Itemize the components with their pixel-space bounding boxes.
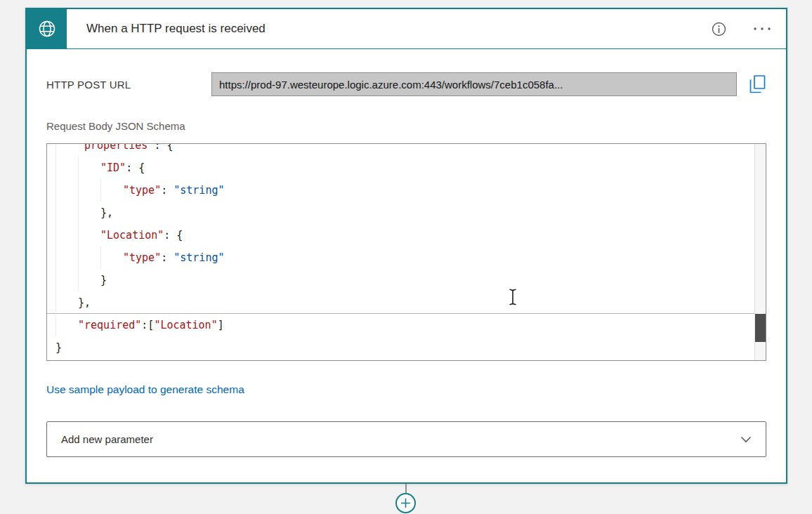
code-line: "type": "string": [47, 179, 754, 202]
plus-icon: [400, 498, 411, 508]
code-line: }: [47, 269, 754, 291]
code-line: "type": "string": [47, 246, 754, 269]
code-line: "required":["Location"]: [47, 314, 754, 336]
connector-line: [405, 484, 407, 494]
code-line: "ID": {: [47, 157, 754, 179]
code-line: "Location": {: [47, 224, 754, 246]
ellipsis-icon: [753, 27, 771, 31]
globe-icon: [37, 19, 57, 39]
editor-scrollbar[interactable]: [754, 144, 766, 360]
copy-icon: [749, 74, 766, 94]
copy-url-button[interactable]: [737, 74, 766, 94]
info-button[interactable]: [705, 15, 733, 43]
add-parameter-label: Add new parameter: [61, 433, 153, 445]
trigger-card-body: HTTP POST URL Request Body JSON Schema "…: [27, 72, 786, 457]
editor-scrollbar-thumb[interactable]: [755, 314, 766, 342]
http-post-url-label: HTTP POST URL: [46, 79, 211, 91]
http-post-url-input[interactable]: [211, 72, 737, 96]
use-sample-payload-link[interactable]: Use sample payload to generate schema: [46, 383, 244, 396]
logic-apps-designer-canvas: When a HTTP request is received HTTP POS…: [0, 0, 812, 514]
info-icon: [712, 22, 726, 37]
schema-editor[interactable]: "properties": {"ID": {"type": "string"},…: [46, 143, 766, 361]
add-parameter-dropdown[interactable]: Add new parameter: [46, 421, 766, 457]
code-line: },: [47, 291, 754, 314]
trigger-card-header[interactable]: When a HTTP request is received: [27, 9, 786, 49]
code-line: }: [47, 336, 754, 359]
schema-label: Request Body JSON Schema: [46, 120, 766, 132]
code-line: },: [47, 202, 754, 224]
http-trigger-card: When a HTTP request is received HTTP POS…: [25, 8, 787, 484]
http-post-url-row: HTTP POST URL: [46, 72, 766, 96]
menu-button[interactable]: [748, 15, 776, 43]
add-step-button[interactable]: [395, 493, 416, 513]
trigger-title: When a HTTP request is received: [86, 22, 705, 36]
schema-editor-code: "properties": {"ID": {"type": "string"},…: [47, 143, 754, 359]
code-line: "properties": {: [47, 143, 754, 157]
chevron-down-icon: [740, 436, 752, 443]
http-trigger-icon: [27, 9, 67, 48]
